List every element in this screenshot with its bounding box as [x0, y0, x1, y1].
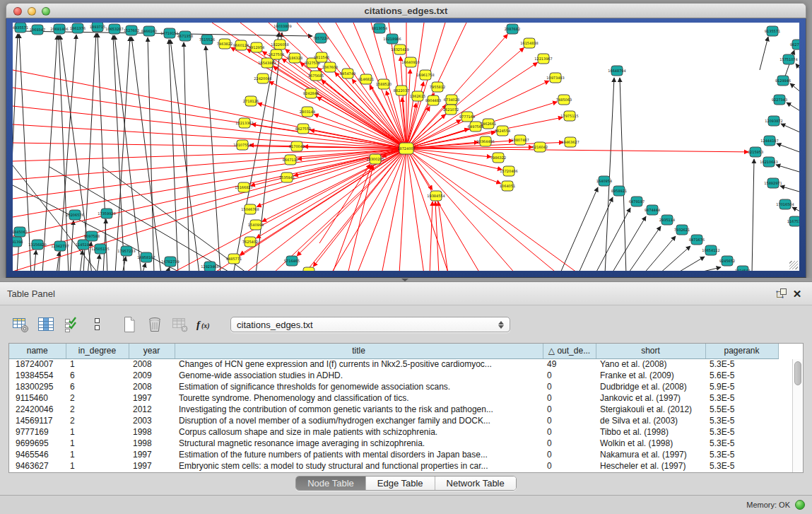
- graph-node[interactable]: 10719151: [160, 28, 178, 38]
- graph-node[interactable]: 16961758: [416, 70, 434, 80]
- cell-name[interactable]: 9777169: [9, 426, 66, 438]
- graph-node[interactable]: 6497568: [468, 122, 483, 132]
- graph-node[interactable]: 1845061: [13, 227, 28, 237]
- cell-outdeg[interactable]: 0: [543, 426, 596, 438]
- table-row[interactable]: 1872400712008Changes of HCN gene express…: [9, 358, 778, 370]
- function-builder-button[interactable]: f (x): [195, 314, 216, 335]
- cell-indeg[interactable]: 6: [66, 370, 129, 381]
- graph-node[interactable]: 2087682: [505, 24, 520, 34]
- graph-node[interactable]: 15892971: [764, 178, 782, 188]
- graph-node[interactable]: 19384554: [427, 191, 445, 201]
- cell-indeg[interactable]: 2: [66, 404, 129, 415]
- graph-node[interactable]: 7485063: [556, 95, 572, 105]
- cell-title[interactable]: Estimation of significance thresholds fo…: [175, 381, 543, 392]
- graph-node[interactable]: 8958921: [611, 186, 627, 196]
- graph-node[interactable]: 9485771: [226, 254, 242, 264]
- cell-pagerank[interactable]: 5.3E-5: [705, 415, 778, 426]
- graph-node[interactable]: 17359928: [98, 209, 115, 218]
- cell-indeg[interactable]: 1: [66, 449, 129, 460]
- graph-node[interactable]: 10807487: [511, 135, 529, 145]
- table-row[interactable]: 977716911998Corpus callosum shape and si…: [9, 426, 778, 438]
- cell-outdeg[interactable]: 0: [543, 415, 596, 426]
- float-panel-button[interactable]: [774, 286, 789, 300]
- cell-title[interactable]: Disruption of a novel member of a sodium…: [175, 415, 543, 426]
- graph-node[interactable]: 7535941: [279, 173, 295, 182]
- table-options-button[interactable]: [10, 314, 31, 335]
- graph-node[interactable]: 7986322: [490, 153, 506, 163]
- graph-node[interactable]: 10973493: [546, 73, 564, 83]
- cell-title[interactable]: Embryonic stem cells: a model to study s…: [175, 460, 543, 472]
- cell-short[interactable]: Yano et al. (2008): [596, 358, 705, 370]
- create-column-button[interactable]: [119, 314, 140, 335]
- delete-column-button[interactable]: [144, 314, 165, 335]
- table-row[interactable]: 911546021997Tourette syndrome. Phenomeno…: [9, 392, 778, 404]
- graph-node[interactable]: 1167533: [787, 216, 799, 226]
- graph-node[interactable]: 7463822: [217, 39, 233, 49]
- cell-short[interactable]: Tibbo et al. (1998): [596, 426, 705, 438]
- zoom-window-icon[interactable]: [42, 7, 50, 16]
- cell-title[interactable]: Structural magnetic resonance image aver…: [175, 438, 543, 449]
- cell-indeg[interactable]: 6: [66, 381, 129, 392]
- graph-node[interactable]: 1893715: [90, 23, 105, 32]
- network-canvas[interactable]: 4935571106934720691406186137618937151065…: [13, 23, 799, 271]
- cell-outdeg[interactable]: 0: [543, 404, 596, 415]
- cell-name[interactable]: 19384554: [9, 370, 66, 381]
- table-row[interactable]: 969969511998Structural magnetic resonanc…: [9, 438, 778, 449]
- graph-node[interactable]: 1588520: [376, 79, 392, 89]
- graph-node[interactable]: 9146821: [358, 74, 374, 84]
- cell-short[interactable]: Franke et al. (2009): [596, 370, 705, 381]
- graph-node[interactable]: 12444197: [760, 136, 778, 146]
- cell-outdeg[interactable]: 0: [543, 381, 596, 392]
- cell-short[interactable]: Nakamura et al. (1997): [596, 449, 705, 460]
- graph-node[interactable]: 6216042: [532, 142, 548, 152]
- tab-edge-table[interactable]: Edge Table: [365, 477, 435, 490]
- graph-node[interactable]: 10654112: [702, 245, 719, 255]
- column-header-4[interactable]: △ out_de...: [543, 344, 596, 358]
- graph-node[interactable]: 9245652: [719, 256, 735, 266]
- graph-node[interactable]: 7932621: [674, 225, 690, 235]
- cell-title[interactable]: Investigating the contribution of common…: [175, 404, 543, 415]
- graph-node[interactable]: 1362615: [410, 91, 425, 101]
- cell-name[interactable]: 9465546: [9, 449, 66, 460]
- table-row[interactable]: 1456911722003Disruption of a novel membe…: [9, 415, 778, 426]
- table-row[interactable]: 2242004622012Investigating the contribut…: [9, 404, 778, 415]
- graph-node[interactable]: 5716465: [284, 256, 300, 266]
- graph-node[interactable]: 9904483: [425, 95, 441, 105]
- cell-pagerank[interactable]: 5.6E-5: [705, 370, 778, 381]
- graph-node[interactable]: 1069347: [30, 25, 45, 35]
- table-scrollbar[interactable]: [792, 359, 803, 472]
- table-row[interactable]: 946554611997Estimation of the future num…: [9, 449, 778, 460]
- cell-title[interactable]: Corpus callosum shape and size in male p…: [175, 426, 543, 438]
- cell-indeg[interactable]: 1: [66, 358, 129, 370]
- cell-year[interactable]: 1997: [129, 460, 175, 472]
- cell-pagerank[interactable]: 5.9E-5: [705, 381, 778, 392]
- cell-year[interactable]: 1998: [129, 426, 175, 438]
- graph-node[interactable]: 12213363: [235, 118, 253, 128]
- graph-node[interactable]: 16782739: [161, 257, 179, 267]
- cell-indeg[interactable]: 2: [66, 392, 129, 404]
- graph-node[interactable]: 2367608: [322, 62, 338, 72]
- column-header-3[interactable]: title: [175, 344, 543, 358]
- graph-node[interactable]: 7515526: [199, 35, 215, 45]
- graph-node[interactable]: 16154838: [520, 38, 538, 48]
- cell-title[interactable]: Estimation of the future numbers of pati…: [175, 449, 543, 460]
- show-columns-button[interactable]: [35, 314, 57, 335]
- graph-node[interactable]: 3824554: [495, 126, 510, 136]
- graph-node[interactable]: 8215953: [748, 147, 763, 157]
- graph-node[interactable]: 1064051: [500, 181, 515, 191]
- graph-node[interactable]: 2935114: [659, 215, 675, 225]
- graph-node[interactable]: 1640954: [596, 176, 612, 186]
- cell-short[interactable]: Stergiakouli et al. (2012): [596, 404, 705, 415]
- graph-node[interactable]: 18724007: [397, 143, 415, 154]
- graph-node[interactable]: 20206576: [66, 210, 83, 220]
- graph-node[interactable]: 16648794: [608, 66, 625, 76]
- table-scrollbar-thumb[interactable]: [794, 361, 801, 385]
- column-header-1[interactable]: in_degree: [66, 344, 129, 358]
- graph-node[interactable]: 1540994: [248, 220, 264, 230]
- cell-outdeg[interactable]: 0: [543, 449, 596, 460]
- cell-name[interactable]: 22420046: [9, 404, 66, 415]
- graph-node[interactable]: 15751074: [779, 54, 797, 64]
- cell-short[interactable]: Hescheler et al. (1997): [596, 460, 705, 472]
- graph-node[interactable]: 9129946: [775, 76, 791, 86]
- graph-node[interactable]: 20691406: [50, 24, 68, 34]
